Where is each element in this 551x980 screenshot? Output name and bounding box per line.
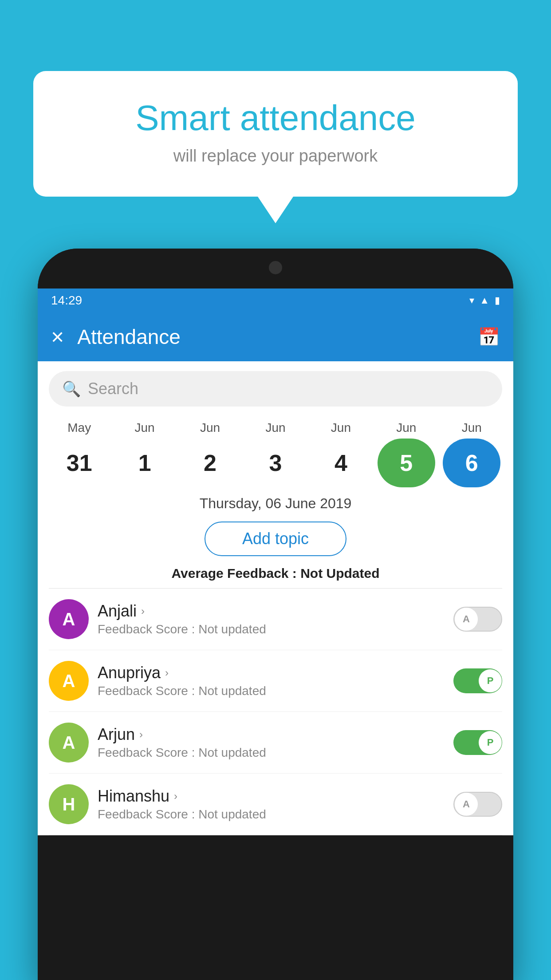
search-icon: 🔍 [62, 380, 81, 398]
calendar-icon[interactable]: 📅 [478, 327, 500, 348]
phone-camera [269, 261, 282, 274]
chevron-anupriya: › [165, 667, 169, 679]
speech-bubble-title: Smart attendance [69, 98, 482, 138]
cal-day-5[interactable]: 5 [378, 439, 435, 487]
battery-icon: ▮ [495, 295, 500, 306]
calendar-days: 31 1 2 3 4 5 6 [47, 439, 504, 487]
speech-bubble: Smart attendance will replace your paper… [33, 71, 518, 197]
cal-month-0: May [51, 421, 108, 435]
student-feedback-arjun: Feedback Score : Not updated [98, 746, 445, 760]
chevron-arjun: › [139, 728, 143, 741]
phone-bezel-top [38, 249, 513, 288]
cal-month-6: Jun [443, 421, 500, 435]
student-name-arjun[interactable]: Arjun › [98, 725, 445, 744]
cal-day-4[interactable]: 4 [312, 439, 370, 487]
avatar-himanshu: H [49, 784, 89, 824]
student-item-anjali: A Anjali › Feedback Score : Not updated … [49, 589, 502, 650]
cal-month-1: Jun [116, 421, 173, 435]
avg-feedback-value: Not Updated [300, 566, 379, 581]
average-feedback: Average Feedback : Not Updated [38, 566, 513, 581]
cal-day-3[interactable]: 3 [247, 439, 304, 487]
toggle-knob-anupriya: P [479, 669, 502, 692]
student-feedback-anupriya: Feedback Score : Not updated [98, 684, 445, 698]
wifi-icon: ▾ [469, 295, 474, 306]
toggle-knob-arjun: P [479, 731, 502, 754]
speech-bubble-subtitle: will replace your paperwork [69, 146, 482, 166]
avatar-anupriya: A [49, 661, 89, 701]
toggle-anupriya[interactable]: P [453, 668, 502, 693]
student-info-anupriya: Anupriya › Feedback Score : Not updated [98, 664, 445, 698]
speech-bubble-tail [258, 197, 293, 223]
cal-month-5: Jun [378, 421, 435, 435]
student-name-anjali[interactable]: Anjali › [98, 602, 445, 620]
app-title: Attendance [77, 325, 464, 349]
add-topic-button[interactable]: Add topic [205, 522, 346, 556]
student-list: A Anjali › Feedback Score : Not updated … [38, 589, 513, 835]
student-item-arjun: A Arjun › Feedback Score : Not updated P [49, 712, 502, 774]
search-bar[interactable]: 🔍 Search [49, 371, 502, 407]
student-feedback-anjali: Feedback Score : Not updated [98, 622, 445, 636]
cal-month-4: Jun [312, 421, 370, 435]
toggle-arjun[interactable]: P [453, 730, 502, 755]
status-bar: 14:29 ▾ ▲ ▮ [38, 288, 513, 312]
toggle-knob-himanshu: A [455, 793, 478, 816]
app-bar: × Attendance 📅 [38, 312, 513, 361]
student-name-himanshu[interactable]: Himanshu › [98, 787, 445, 806]
status-icons: ▾ ▲ ▮ [469, 295, 500, 306]
cal-day-2[interactable]: 2 [181, 439, 239, 487]
student-item-himanshu: H Himanshu › Feedback Score : Not update… [49, 774, 502, 835]
signal-icon: ▲ [480, 295, 489, 306]
speech-bubble-container: Smart attendance will replace your paper… [33, 71, 518, 223]
avatar-anjali: A [49, 599, 89, 639]
student-name-anupriya[interactable]: Anupriya › [98, 664, 445, 682]
toggle-anjali[interactable]: A [453, 607, 502, 632]
avatar-arjun: A [49, 723, 89, 763]
cal-day-1[interactable]: 1 [116, 439, 173, 487]
status-time: 14:29 [51, 293, 82, 308]
toggle-himanshu[interactable]: A [453, 792, 502, 817]
student-info-himanshu: Himanshu › Feedback Score : Not updated [98, 787, 445, 822]
avg-feedback-label: Average Feedback : [171, 566, 300, 581]
calendar-months: May Jun Jun Jun Jun Jun Jun [47, 421, 504, 435]
close-button[interactable]: × [51, 326, 64, 348]
student-info-anjali: Anjali › Feedback Score : Not updated [98, 602, 445, 636]
cal-day-6[interactable]: 6 [443, 439, 500, 487]
chevron-himanshu: › [174, 790, 177, 802]
search-placeholder: Search [88, 379, 138, 398]
cal-month-2: Jun [181, 421, 239, 435]
cal-month-3: Jun [247, 421, 304, 435]
student-feedback-himanshu: Feedback Score : Not updated [98, 807, 445, 822]
screen-content: 🔍 Search May Jun Jun Jun Jun Jun Jun 31 … [38, 361, 513, 835]
calendar-strip: May Jun Jun Jun Jun Jun Jun 31 1 2 3 4 5… [38, 416, 513, 487]
student-item-anupriya: A Anupriya › Feedback Score : Not update… [49, 650, 502, 712]
student-info-arjun: Arjun › Feedback Score : Not updated [98, 725, 445, 760]
phone-frame: 14:29 ▾ ▲ ▮ × Attendance 📅 🔍 Search May … [38, 249, 513, 980]
toggle-knob-anjali: A [455, 608, 478, 631]
cal-day-31[interactable]: 31 [51, 439, 108, 487]
selected-date-label: Thursday, 06 June 2019 [38, 495, 513, 512]
chevron-anjali: › [141, 605, 145, 617]
